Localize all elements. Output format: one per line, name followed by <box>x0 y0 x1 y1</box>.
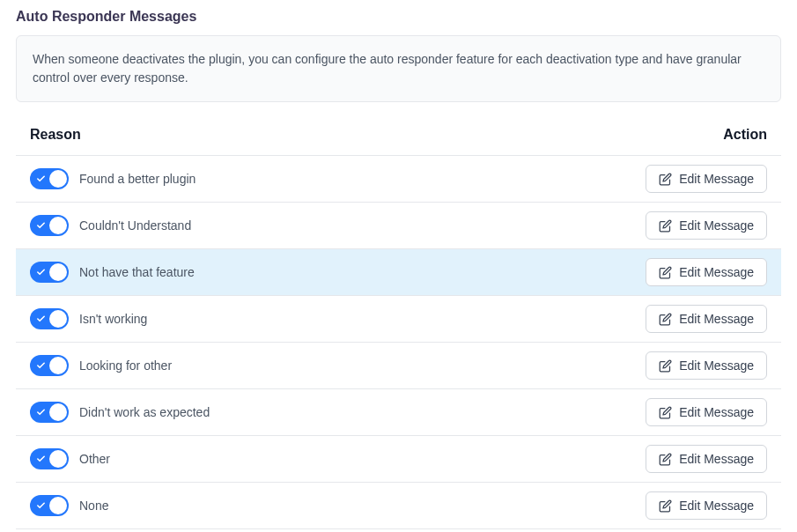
reason-left: Other <box>30 448 110 469</box>
edit-button-label: Edit Message <box>679 452 754 466</box>
toggle-switch[interactable] <box>30 308 69 329</box>
reason-row: Didn't work as expectedEdit Message <box>16 388 781 435</box>
toggle-knob <box>49 450 67 468</box>
edit-icon <box>659 266 672 279</box>
toggle-knob <box>49 403 67 421</box>
column-header-action: Action <box>723 127 767 143</box>
check-icon <box>36 501 46 511</box>
reasons-list: Found a better pluginEdit MessageCouldn'… <box>16 155 781 528</box>
toggle-switch[interactable] <box>30 495 69 516</box>
auto-responder-section: Auto Responder Messages When someone dea… <box>0 0 797 529</box>
edit-message-button[interactable]: Edit Message <box>646 211 767 240</box>
page-title: Auto Responder Messages <box>16 9 781 25</box>
edit-button-label: Edit Message <box>679 218 754 233</box>
toggle-switch[interactable] <box>30 448 69 469</box>
toggle-switch[interactable] <box>30 262 69 283</box>
edit-message-button[interactable]: Edit Message <box>646 165 767 193</box>
reason-left: Not have that feature <box>30 262 195 283</box>
toggle-knob <box>49 170 67 188</box>
toggle-knob <box>49 357 67 374</box>
reason-label: Isn't working <box>79 312 147 326</box>
reason-left: Couldn't Understand <box>30 215 191 236</box>
edit-message-button[interactable]: Edit Message <box>646 398 767 426</box>
check-icon <box>36 314 46 324</box>
reason-row: Not have that featureEdit Message <box>16 248 781 295</box>
edit-message-button[interactable]: Edit Message <box>646 491 767 520</box>
check-icon <box>36 174 46 184</box>
reason-row: Found a better pluginEdit Message <box>16 155 781 202</box>
edit-button-label: Edit Message <box>679 405 754 419</box>
edit-icon <box>659 359 672 373</box>
reason-label: Looking for other <box>79 358 172 373</box>
edit-button-label: Edit Message <box>679 499 754 513</box>
toggle-knob <box>49 310 67 328</box>
edit-icon <box>659 313 672 326</box>
list-bottom-border <box>16 528 781 529</box>
reason-row: OtherEdit Message <box>16 435 781 482</box>
reason-label: Not have that feature <box>79 265 195 279</box>
column-header-reason: Reason <box>30 127 81 143</box>
edit-icon <box>659 406 672 419</box>
check-icon <box>36 454 46 464</box>
edit-icon <box>659 499 672 513</box>
reason-label: Found a better plugin <box>79 172 196 186</box>
edit-message-button[interactable]: Edit Message <box>646 445 767 473</box>
toggle-switch[interactable] <box>30 402 69 423</box>
edit-button-label: Edit Message <box>679 358 754 373</box>
check-icon <box>36 408 46 417</box>
toggle-knob <box>49 497 67 514</box>
edit-message-button[interactable]: Edit Message <box>646 351 767 380</box>
toggle-knob <box>49 217 67 234</box>
edit-message-button[interactable]: Edit Message <box>646 305 767 333</box>
toggle-switch[interactable] <box>30 215 69 236</box>
reason-left: Didn't work as expected <box>30 402 210 423</box>
reason-label: None <box>79 499 108 513</box>
reason-row: NoneEdit Message <box>16 482 781 528</box>
check-icon <box>36 361 46 371</box>
edit-icon <box>659 219 672 233</box>
table-header: Reason Action <box>16 127 781 155</box>
reason-label: Didn't work as expected <box>79 405 210 419</box>
reason-label: Couldn't Understand <box>79 218 191 233</box>
reason-row: Couldn't UnderstandEdit Message <box>16 202 781 248</box>
reason-left: Looking for other <box>30 355 172 376</box>
reason-left: None <box>30 495 108 516</box>
reason-left: Isn't working <box>30 308 147 329</box>
reason-row: Looking for otherEdit Message <box>16 342 781 388</box>
edit-button-label: Edit Message <box>679 312 754 326</box>
info-box: When someone deactivates the plugin, you… <box>16 35 781 102</box>
edit-icon <box>659 453 672 466</box>
reason-label: Other <box>79 452 110 466</box>
toggle-switch[interactable] <box>30 168 69 189</box>
check-icon <box>36 221 46 231</box>
check-icon <box>36 268 46 277</box>
edit-button-label: Edit Message <box>679 172 754 186</box>
edit-icon <box>659 173 672 186</box>
reason-left: Found a better plugin <box>30 168 196 189</box>
edit-button-label: Edit Message <box>679 265 754 279</box>
reason-row: Isn't workingEdit Message <box>16 295 781 342</box>
toggle-knob <box>49 263 67 281</box>
toggle-switch[interactable] <box>30 355 69 376</box>
edit-message-button[interactable]: Edit Message <box>646 258 767 286</box>
